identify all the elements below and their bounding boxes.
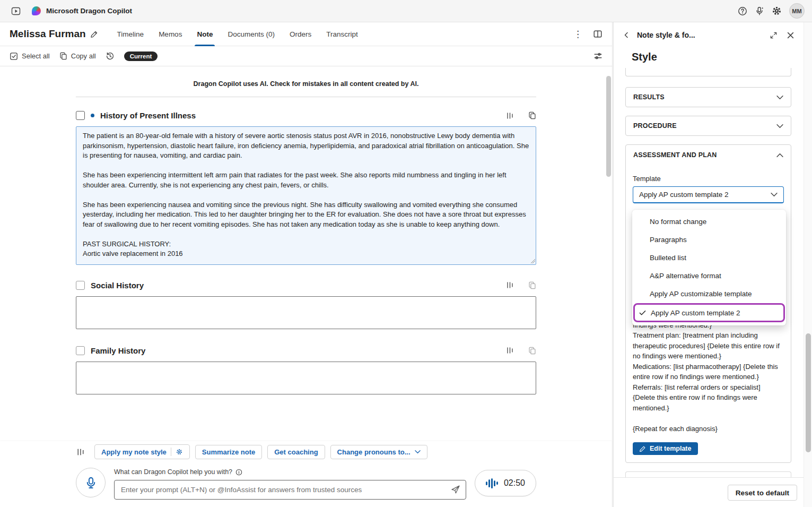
version-history-icon[interactable] bbox=[106, 51, 115, 61]
tab-orders[interactable]: Orders bbox=[282, 22, 319, 46]
edit-template-label: Edit template bbox=[650, 445, 692, 452]
family-checkbox[interactable] bbox=[76, 346, 85, 355]
copy-all-button[interactable]: Copy all bbox=[59, 52, 96, 60]
edit-template-button[interactable]: Edit template bbox=[633, 442, 698, 455]
option-apply-ap-customizable-template[interactable]: Apply AP customizable template bbox=[632, 285, 786, 303]
window-scrollbar-thumb[interactable] bbox=[806, 333, 811, 452]
patient-tabs: Timeline Memos Note Documents (0) Orders… bbox=[110, 22, 365, 46]
current-version-badge[interactable]: Current bbox=[124, 51, 158, 61]
recording-timer[interactable]: 02:50 bbox=[475, 470, 536, 496]
social-checkbox[interactable] bbox=[76, 281, 85, 290]
chevron-down-icon bbox=[776, 95, 783, 100]
resize-grip[interactable] bbox=[530, 258, 535, 263]
copy-section-icon[interactable] bbox=[528, 281, 536, 289]
get-coaching-button[interactable]: Get coaching bbox=[267, 445, 325, 459]
tab-memos[interactable]: Memos bbox=[151, 22, 189, 46]
panel-title: Note style & fo... bbox=[637, 31, 695, 39]
topbar: Microsoft Dragon Copilot MM bbox=[0, 0, 812, 22]
gear-icon[interactable] bbox=[176, 448, 183, 456]
chevron-down-icon bbox=[415, 450, 421, 454]
option-ap-alternative-format[interactable]: A&P alternative format bbox=[632, 267, 786, 285]
prompt-question: What can Dragon Copilot help you with? bbox=[114, 468, 232, 476]
accordion-results[interactable]: RESULTS bbox=[625, 87, 791, 107]
social-history-editor[interactable] bbox=[76, 296, 536, 329]
section-header-hpi: History of Present Illness bbox=[76, 111, 536, 120]
info-icon[interactable] bbox=[235, 469, 242, 476]
note-scrollbar-thumb[interactable] bbox=[606, 76, 611, 177]
option-paragraphs[interactable]: Paragraphs bbox=[632, 230, 786, 248]
accordion-assessment-plan[interactable]: ASSESSMENT AND PLAN bbox=[626, 145, 791, 165]
note-workspace: Melissa Furman Timeline Memos Note Docum… bbox=[0, 22, 613, 507]
note-settings-icon[interactable] bbox=[593, 51, 603, 61]
apply-note-style-button[interactable]: Apply my note style bbox=[94, 444, 190, 459]
tab-documents[interactable]: Documents (0) bbox=[220, 22, 282, 46]
tab-transcript[interactable]: Transcript bbox=[319, 22, 365, 46]
pencil-icon bbox=[639, 445, 646, 452]
accordion-procedure[interactable]: PROCEDURE bbox=[625, 116, 791, 136]
accordion-label: RESULTS bbox=[633, 93, 665, 101]
section-title: History of Present Illness bbox=[100, 111, 196, 120]
divider bbox=[76, 97, 536, 97]
template-dropdown-menu: No format change Paragraphs Bulleted lis… bbox=[632, 210, 786, 325]
template-select[interactable]: Apply AP custom template 2 bbox=[633, 186, 784, 203]
select-all-label: Select all bbox=[22, 52, 50, 60]
section-header-social: Social History bbox=[76, 281, 536, 290]
scrolled-card-edge bbox=[625, 68, 791, 76]
help-icon[interactable] bbox=[734, 3, 751, 20]
section-title: Social History bbox=[91, 281, 144, 290]
style-heading: Style bbox=[614, 48, 804, 70]
copy-section-icon[interactable] bbox=[528, 111, 536, 119]
option-bulleted-list[interactable]: Bulleted list bbox=[632, 248, 786, 267]
window-scrollbar bbox=[804, 22, 812, 507]
summarize-note-button[interactable]: Summarize note bbox=[195, 445, 262, 459]
unsaved-indicator-dot bbox=[91, 114, 94, 117]
dragon-copilot-logo bbox=[32, 6, 41, 15]
microphone-button[interactable] bbox=[76, 468, 106, 497]
back-icon[interactable] bbox=[621, 30, 632, 40]
option-apply-ap-custom-template-2[interactable]: Apply AP custom template 2 bbox=[633, 303, 785, 322]
copy-section-icon[interactable] bbox=[528, 347, 536, 355]
side-by-side-icon[interactable] bbox=[593, 29, 603, 39]
page-title: Melissa Furman bbox=[10, 28, 86, 40]
close-icon[interactable] bbox=[785, 30, 796, 41]
columns-icon[interactable] bbox=[76, 448, 86, 457]
timer-value: 02:50 bbox=[504, 478, 525, 488]
chevron-down-icon bbox=[776, 124, 783, 128]
settings-gear-icon[interactable] bbox=[768, 3, 785, 20]
columns-icon[interactable] bbox=[505, 281, 515, 289]
family-history-editor[interactable] bbox=[76, 362, 536, 394]
tab-timeline[interactable]: Timeline bbox=[110, 22, 152, 46]
chevron-up-icon bbox=[776, 153, 783, 158]
note-toolbar: Select all Copy all Current bbox=[0, 46, 612, 66]
columns-icon[interactable] bbox=[505, 111, 515, 120]
select-all-button[interactable]: Select all bbox=[10, 52, 50, 61]
apply-note-style-label: Apply my note style bbox=[101, 448, 167, 456]
tab-note[interactable]: Note bbox=[189, 22, 220, 46]
ai-disclaimer: Dragon Copilot uses AI. Check for mistak… bbox=[76, 80, 536, 88]
accordion-label: ASSESSMENT AND PLAN bbox=[633, 151, 717, 159]
more-options-icon[interactable]: ⋮ bbox=[570, 28, 586, 41]
send-icon[interactable] bbox=[450, 484, 461, 495]
selected-option-label: Apply AP custom template 2 bbox=[651, 309, 740, 317]
hpi-text-editor[interactable]: The patient is an 80-year-old female wit… bbox=[76, 126, 536, 265]
change-pronouns-label: Change pronouns to... bbox=[337, 448, 411, 456]
expand-panel-icon[interactable] bbox=[767, 29, 780, 41]
avatar[interactable]: MM bbox=[789, 3, 805, 19]
template-label: Template bbox=[633, 175, 784, 183]
section-title: Family History bbox=[91, 346, 145, 355]
columns-icon[interactable] bbox=[505, 346, 515, 355]
hpi-checkbox[interactable] bbox=[76, 111, 85, 120]
chevron-down-icon bbox=[771, 192, 778, 197]
toggle-sidebar-icon[interactable] bbox=[7, 3, 24, 20]
patient-header: Melissa Furman Timeline Memos Note Docum… bbox=[0, 22, 612, 46]
template-preview-text: consultations] {Delete this entire row i… bbox=[633, 310, 784, 434]
microphone-settings-icon[interactable] bbox=[751, 3, 768, 20]
note-style-panel: Note style & fo... Style RESULTS PROCEDU… bbox=[613, 22, 804, 507]
reset-to-default-button[interactable]: Reset to default bbox=[728, 485, 797, 501]
edit-name-icon[interactable] bbox=[90, 30, 98, 38]
change-pronouns-button[interactable]: Change pronouns to... bbox=[330, 445, 427, 459]
checkmark-icon bbox=[639, 310, 646, 316]
option-no-format-change[interactable]: No format change bbox=[632, 212, 786, 230]
prompt-input[interactable] bbox=[114, 480, 466, 500]
summarize-note-label: Summarize note bbox=[202, 448, 255, 456]
